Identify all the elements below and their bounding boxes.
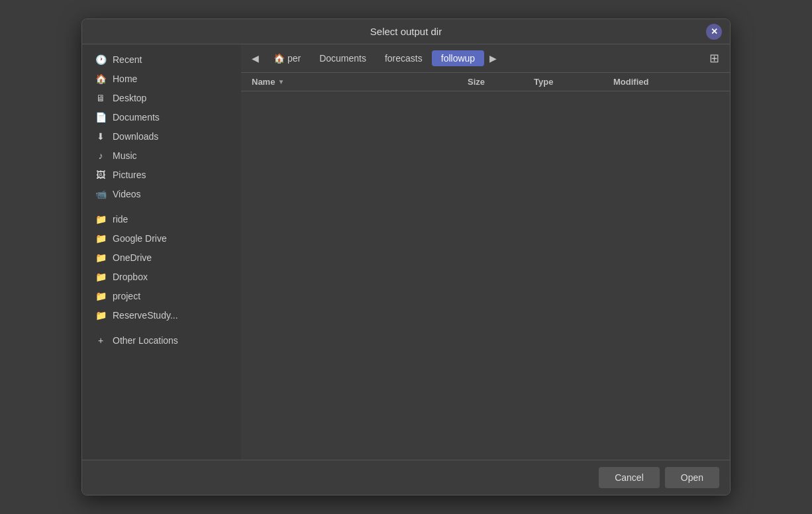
file-list-header: Name ▼ Size Type Modified (241, 73, 730, 91)
sidebar-item-onedrive[interactable]: 📁OneDrive (85, 248, 238, 267)
sidebar-label-downloads: Downloads (113, 131, 158, 142)
sidebar-icon-home: 🏠 (95, 74, 106, 84)
sidebar-label-onedrive: OneDrive (113, 252, 152, 263)
close-button[interactable]: ✕ (706, 24, 722, 40)
content-area: 🕐Recent🏠Home🖥Desktop📄Documents⬇Downloads… (82, 44, 730, 460)
sidebar-label-otherlocations: Other Locations (113, 335, 178, 346)
sidebar-label-recent: Recent (113, 54, 142, 65)
column-type[interactable]: Type (534, 77, 613, 87)
sidebar-label-reservestudy: ReserveStudy... (113, 310, 178, 321)
sidebar-icon-recent: 🕐 (95, 54, 106, 65)
column-modified[interactable]: Modified (613, 77, 719, 87)
bottom-bar: Cancel Open (82, 460, 730, 495)
add-folder-button[interactable]: ⊞ (704, 48, 725, 68)
sidebar-icon-project: 📁 (95, 291, 106, 301)
sidebar-icon-downloads: ⬇ (95, 131, 106, 142)
main-area: ◀ 🏠 per Documents forecasts followup ▶ ⊞… (241, 44, 730, 460)
sidebar-icon-onedrive: 📁 (95, 252, 106, 263)
sidebar-item-dropbox[interactable]: 📁Dropbox (85, 268, 238, 286)
sidebar-label-dropbox: Dropbox (113, 272, 148, 282)
sidebar: 🕐Recent🏠Home🖥Desktop📄Documents⬇Downloads… (82, 44, 241, 460)
column-name[interactable]: Name ▼ (252, 77, 468, 87)
sidebar-item-project[interactable]: 📁project (85, 287, 238, 305)
sidebar-item-music[interactable]: ♪Music (85, 146, 238, 165)
sidebar-item-documents[interactable]: 📄Documents (85, 108, 238, 127)
nav-back-button[interactable]: ◀ (246, 50, 264, 66)
sidebar-icon-music: ♪ (95, 150, 106, 161)
column-size[interactable]: Size (468, 77, 534, 87)
breadcrumb-documents[interactable]: Documents (310, 50, 376, 66)
sidebar-item-videos[interactable]: 📹Videos (85, 185, 238, 203)
sidebar-item-googledrive[interactable]: 📁Google Drive (85, 229, 238, 248)
sidebar-label-project: project (113, 291, 140, 301)
sidebar-item-reservestudy[interactable]: 📁ReserveStudy... (85, 306, 238, 325)
sidebar-label-pictures: Pictures (113, 170, 146, 180)
breadcrumb-bar: ◀ 🏠 per Documents forecasts followup ▶ ⊞ (241, 44, 730, 73)
sidebar-item-pictures[interactable]: 🖼Pictures (85, 166, 238, 184)
nav-forward-button[interactable]: ▶ (484, 50, 502, 66)
sidebar-label-googledrive: Google Drive (113, 233, 167, 244)
sidebar-icon-googledrive: 📁 (95, 233, 106, 244)
sort-arrow-icon: ▼ (278, 78, 284, 85)
sidebar-label-home: Home (113, 74, 137, 84)
sidebar-icon-pictures: 🖼 (95, 170, 106, 180)
sidebar-icon-videos: 📹 (95, 189, 106, 199)
file-list-area: Name ▼ Size Type Modified (241, 73, 730, 460)
cancel-button[interactable]: Cancel (599, 467, 660, 488)
sidebar-label-documents: Documents (113, 112, 160, 123)
sidebar-icon-otherlocations: + (95, 335, 106, 346)
sidebar-icon-ride: 📁 (95, 214, 106, 225)
sidebar-item-desktop[interactable]: 🖥Desktop (85, 89, 238, 107)
sidebar-icon-dropbox: 📁 (95, 272, 106, 282)
titlebar: Select output dir ✕ (82, 19, 730, 44)
dialog: Select output dir ✕ 🕐Recent🏠Home🖥Desktop… (81, 19, 731, 495)
sidebar-label-desktop: Desktop (113, 93, 146, 103)
dialog-title: Select output dir (370, 26, 442, 37)
breadcrumb-followup[interactable]: followup (432, 50, 484, 66)
file-list-body (241, 91, 730, 356)
sidebar-item-otherlocations[interactable]: +Other Locations (85, 331, 238, 350)
sidebar-icon-desktop: 🖥 (95, 93, 106, 103)
sidebar-icon-reservestudy: 📁 (95, 310, 106, 321)
sidebar-label-music: Music (113, 150, 137, 161)
sidebar-item-ride[interactable]: 📁ride (85, 210, 238, 229)
breadcrumb-home[interactable]: 🏠 per (264, 50, 310, 66)
sidebar-label-videos: Videos (113, 189, 141, 199)
breadcrumb-forecasts[interactable]: forecasts (376, 50, 432, 66)
sidebar-item-recent[interactable]: 🕐Recent (85, 50, 238, 69)
sidebar-label-ride: ride (113, 214, 128, 225)
sidebar-icon-documents: 📄 (95, 112, 106, 123)
open-button[interactable]: Open (665, 467, 719, 488)
sidebar-item-home[interactable]: 🏠Home (85, 70, 238, 88)
sidebar-item-downloads[interactable]: ⬇Downloads (85, 127, 238, 146)
